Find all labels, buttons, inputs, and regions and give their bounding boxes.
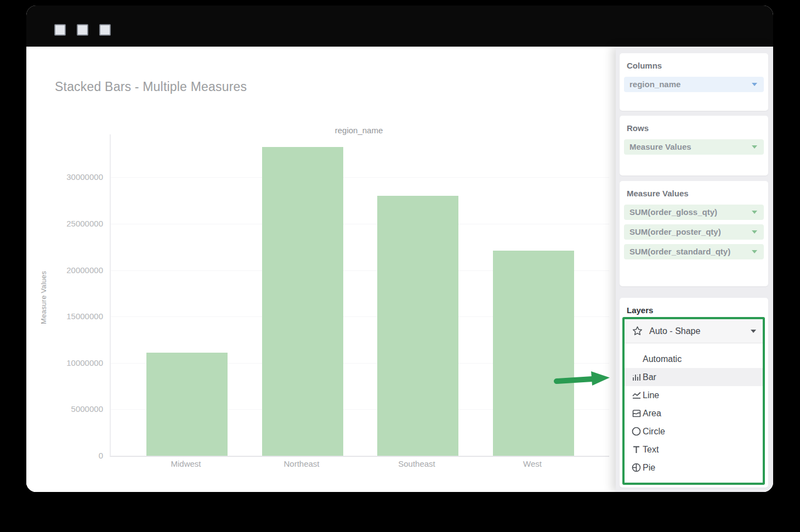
star-icon bbox=[631, 326, 644, 336]
y-tick-label: 20000000 bbox=[26, 265, 103, 275]
app-window: Stacked Bars - Multiple Measures region_… bbox=[26, 5, 773, 492]
menu-item-label: Area bbox=[643, 409, 661, 418]
shape-dropdown: Auto - Shape AutomaticBarLineAreaCircleT… bbox=[622, 317, 765, 485]
pill-label: region_name bbox=[629, 80, 680, 89]
area-icon bbox=[630, 408, 643, 418]
measure-values-card: Measure Values SUM(order_gloss_qty) SUM(… bbox=[620, 181, 768, 286]
app-content: Stacked Bars - Multiple Measures region_… bbox=[26, 47, 773, 492]
x-tick-label: Northeast bbox=[255, 459, 348, 468]
bar-southeast[interactable] bbox=[377, 196, 458, 456]
bar-northeast[interactable] bbox=[262, 147, 343, 456]
shape-menu: AutomaticBarLineAreaCircleTextPie bbox=[625, 343, 763, 480]
window-control-square[interactable] bbox=[99, 24, 111, 36]
pill-sum-order-standard-qty[interactable]: SUM(order_standard_qty) bbox=[624, 244, 764, 259]
menu-item-label: Automatic bbox=[643, 354, 682, 364]
menu-item-circle[interactable]: Circle bbox=[625, 422, 763, 440]
x-tick-label: Southeast bbox=[370, 459, 463, 468]
line-icon bbox=[630, 390, 643, 400]
y-axis-title: Measure Values bbox=[39, 251, 48, 344]
shape-selector-label: Auto - Shape bbox=[649, 326, 700, 336]
y-tick-label: 5000000 bbox=[26, 404, 103, 414]
settings-sidebar: Columns region_name Rows Measure Values … bbox=[616, 47, 773, 492]
y-tick-label: 10000000 bbox=[26, 358, 103, 367]
pill-label: SUM(order_standard_qty) bbox=[629, 247, 730, 256]
text-icon bbox=[630, 444, 643, 455]
pie-icon bbox=[630, 462, 643, 473]
annotation-arrow bbox=[552, 369, 613, 388]
y-tick-label: 25000000 bbox=[26, 219, 103, 228]
pill-label: SUM(order_poster_qty) bbox=[629, 227, 721, 236]
bar-midwest[interactable] bbox=[146, 353, 228, 456]
pill-sum-order-poster-qty[interactable]: SUM(order_poster_qty) bbox=[624, 224, 764, 240]
layers-card: Layers Auto - Shape AutomaticBarLineArea… bbox=[620, 298, 768, 488]
menu-item-line[interactable]: Line bbox=[625, 386, 763, 404]
chevron-down-icon bbox=[751, 330, 756, 333]
rows-card: Rows Measure Values bbox=[620, 116, 768, 176]
bar-west[interactable] bbox=[493, 251, 574, 456]
menu-item-label: Text bbox=[643, 445, 659, 455]
window-control-square[interactable] bbox=[54, 24, 66, 36]
chart-title: Stacked Bars - Multiple Measures bbox=[55, 80, 247, 94]
columns-card: Columns region_name bbox=[620, 53, 768, 111]
window-titlebar bbox=[26, 5, 773, 47]
circle-icon bbox=[630, 426, 643, 437]
window-control-square[interactable] bbox=[77, 24, 88, 36]
menu-item-automatic[interactable]: Automatic bbox=[625, 350, 763, 368]
shape-selector[interactable]: Auto - Shape bbox=[625, 319, 763, 343]
chevron-down-icon bbox=[752, 211, 757, 214]
y-tick-label: 30000000 bbox=[26, 172, 103, 182]
x-axis-title: region_name bbox=[110, 126, 608, 135]
chevron-down-icon bbox=[752, 230, 757, 234]
menu-item-label: Pie bbox=[643, 463, 655, 473]
layers-header: Layers bbox=[620, 298, 768, 315]
menu-item-label: Line bbox=[643, 390, 659, 400]
menu-item-bar[interactable]: Bar bbox=[625, 368, 763, 386]
menu-item-label: Bar bbox=[643, 372, 656, 382]
pill-measure-values[interactable]: Measure Values bbox=[624, 139, 764, 155]
pill-label: SUM(order_gloss_qty) bbox=[629, 207, 717, 217]
rows-header: Rows bbox=[620, 116, 768, 133]
chevron-down-icon bbox=[752, 83, 757, 86]
menu-item-pie[interactable]: Pie bbox=[625, 459, 763, 477]
y-tick-label: 15000000 bbox=[26, 312, 103, 321]
pill-region-name[interactable]: region_name bbox=[624, 77, 764, 92]
x-tick-label: West bbox=[486, 459, 579, 468]
gridline bbox=[111, 224, 609, 224]
chart-canvas: Stacked Bars - Multiple Measures region_… bbox=[26, 47, 616, 492]
menu-item-text[interactable]: Text bbox=[625, 440, 763, 459]
menu-item-area[interactable]: Area bbox=[625, 404, 763, 422]
pill-label: Measure Values bbox=[629, 142, 691, 151]
measure-values-header: Measure Values bbox=[620, 181, 768, 198]
bar-icon bbox=[630, 372, 643, 382]
gridline bbox=[111, 177, 609, 178]
x-tick-label: Midwest bbox=[139, 459, 232, 468]
chevron-down-icon bbox=[752, 250, 757, 253]
pill-sum-order-gloss-qty[interactable]: SUM(order_gloss_qty) bbox=[624, 205, 764, 220]
menu-item-label: Circle bbox=[643, 427, 665, 437]
columns-header: Columns bbox=[620, 53, 768, 70]
y-tick-label: 0 bbox=[26, 451, 103, 460]
plot-area bbox=[110, 134, 609, 457]
chevron-down-icon bbox=[752, 145, 757, 149]
